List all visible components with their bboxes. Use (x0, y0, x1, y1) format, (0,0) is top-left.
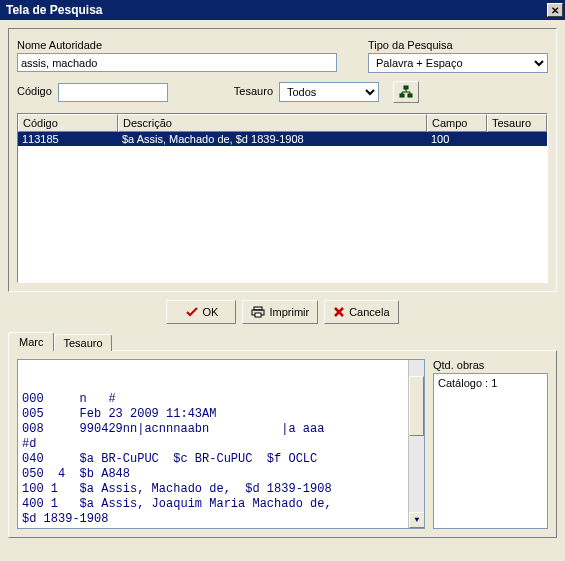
ok-button[interactable]: OK (166, 300, 236, 324)
gh-codigo[interactable]: Código (18, 114, 118, 132)
results-grid: Código Descrição Campo Tesauro 113185 $a… (17, 113, 548, 283)
svg-rect-1 (400, 94, 404, 97)
imprimir-button[interactable]: Imprimir (242, 300, 318, 324)
close-button[interactable]: ✕ (547, 3, 563, 17)
marc-text: 000 n # 005 Feb 23 2009 11:43AM 008 9904… (22, 392, 420, 529)
scroll-down-icon[interactable]: ▼ (409, 512, 425, 528)
gh-tesauro[interactable]: Tesauro (487, 114, 547, 132)
nome-input[interactable] (17, 53, 337, 72)
marc-textarea[interactable]: 000 n # 005 Feb 23 2009 11:43AM 008 9904… (17, 359, 425, 529)
tabbar: Marc Tesauro (8, 332, 557, 351)
printer-icon (251, 306, 265, 318)
svg-rect-9 (255, 313, 261, 317)
cell-tesauro (487, 132, 547, 146)
titlebar: Tela de Pesquisa ✕ (0, 0, 565, 20)
hierarchy-button[interactable] (393, 81, 419, 103)
tesauro-select[interactable]: Todos (279, 82, 379, 102)
qtd-value: Catálogo : 1 (433, 373, 548, 529)
cell-codigo: 113185 (18, 132, 118, 146)
qtd-box: Qtd. obras Catálogo : 1 (433, 359, 548, 529)
nome-label: Nome Autoridade (17, 39, 348, 51)
gh-campo[interactable]: Campo (427, 114, 487, 132)
x-icon (333, 306, 345, 318)
cancela-button[interactable]: Cancela (324, 300, 398, 324)
cell-descricao: $a Assis, Machado de, $d 1839-1908 (118, 132, 427, 146)
bottom-panel: 000 n # 005 Feb 23 2009 11:43AM 008 9904… (8, 350, 557, 538)
svg-rect-0 (404, 86, 408, 89)
scroll-thumb[interactable] (409, 376, 424, 436)
tab-marc[interactable]: Marc (8, 332, 54, 351)
tesauro-label: Tesauro (234, 85, 273, 97)
grid-header: Código Descrição Campo Tesauro (18, 114, 547, 132)
tab-tesauro[interactable]: Tesauro (54, 334, 111, 351)
check-icon (185, 306, 199, 318)
gh-descricao[interactable]: Descrição (118, 114, 427, 132)
search-group: Nome Autoridade Tipo da Pesquisa Palavra… (8, 28, 557, 292)
cancela-label: Cancela (349, 306, 389, 318)
scrollbar[interactable]: ▲ ▼ (408, 360, 424, 528)
qtd-label: Qtd. obras (433, 359, 548, 371)
tipo-select[interactable]: Palavra + Espaço (368, 53, 548, 73)
cell-campo: 100 (427, 132, 487, 146)
svg-rect-2 (408, 94, 412, 97)
imprimir-label: Imprimir (269, 306, 309, 318)
window-title: Tela de Pesquisa (6, 3, 103, 17)
codigo-input[interactable] (58, 83, 168, 102)
ok-label: OK (203, 306, 219, 318)
grid-row[interactable]: 113185 $a Assis, Machado de, $d 1839-190… (18, 132, 547, 146)
codigo-label: Código (17, 85, 52, 97)
hierarchy-icon (399, 85, 413, 99)
tipo-label: Tipo da Pesquisa (368, 39, 548, 51)
button-row: OK Imprimir Cancela (8, 300, 557, 324)
